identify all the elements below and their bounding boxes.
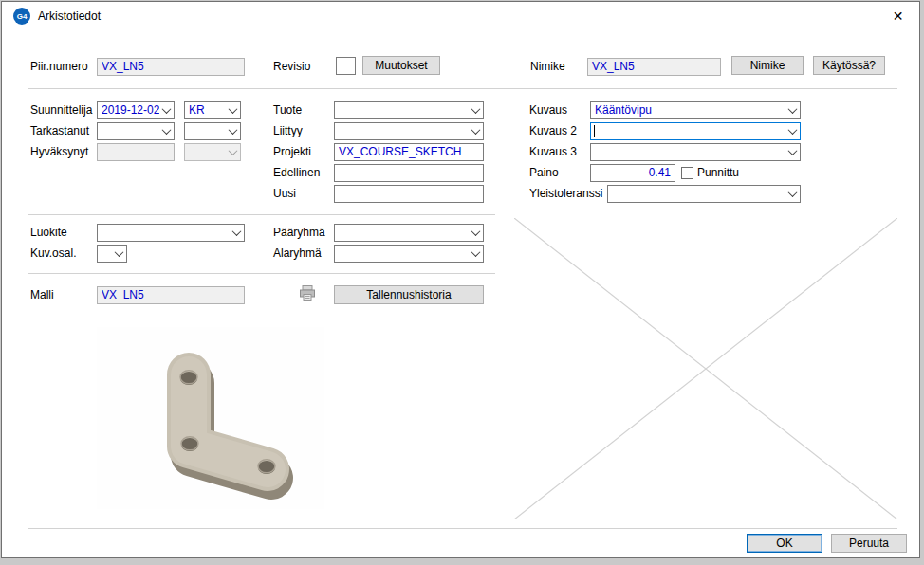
- punnittu-checkbox[interactable]: [681, 167, 693, 179]
- revisio-label: Revisio: [273, 58, 310, 76]
- peruuta-button[interactable]: Peruuta: [831, 534, 907, 553]
- g4-app-icon: G4: [13, 8, 30, 25]
- combo-value: Kääntövipu: [591, 102, 785, 118]
- chevron-down-icon: [785, 186, 800, 202]
- edellinen-label: Edellinen: [273, 164, 320, 182]
- chevron-down-icon: [785, 102, 800, 118]
- arkistotiedot-dialog: G4 Arkistotiedot ✕ Piir.numero VX_LN5 Re…: [1, 1, 920, 558]
- tuote-combo[interactable]: [334, 101, 484, 119]
- nimike-label: Nimike: [530, 58, 565, 76]
- ok-button[interactable]: OK: [747, 534, 822, 553]
- liittyy-combo[interactable]: [334, 122, 484, 140]
- suunnittelija-date-combo[interactable]: 2019-12-02: [97, 101, 175, 119]
- kuvaus3-label: Kuvaus 3: [529, 143, 577, 161]
- nimike-field: VX_LN5: [587, 58, 721, 76]
- chevron-down-icon: [469, 225, 483, 241]
- yleistoleranssi-label: Yleistoleranssi: [529, 185, 602, 203]
- uusi-label: Uusi: [273, 185, 296, 203]
- kuvaus2-combo[interactable]: [590, 122, 801, 140]
- chevron-down-icon: [785, 123, 800, 139]
- kuv-osal-label: Kuv.osal.: [30, 245, 76, 263]
- tarkastanut-label: Tarkastanut: [30, 122, 89, 140]
- muutokset-button[interactable]: Muutokset: [362, 56, 440, 75]
- paaryhma-combo[interactable]: [334, 224, 484, 242]
- suunnittelija-initials-combo[interactable]: KR: [184, 101, 241, 119]
- printer-icon: [299, 284, 316, 301]
- chevron-down-icon: [159, 123, 174, 139]
- chevron-down-icon: [226, 102, 240, 118]
- tuote-label: Tuote: [273, 101, 302, 119]
- chevron-down-icon: [230, 225, 244, 241]
- chevron-down-icon: [112, 246, 126, 262]
- kuvaus2-label: Kuvaus 2: [529, 122, 577, 140]
- yleistoleranssi-combo[interactable]: [607, 185, 801, 203]
- part-preview-image: [97, 327, 324, 509]
- luokite-label: Luokite: [30, 224, 67, 242]
- chevron-down-icon: [469, 102, 483, 118]
- liittyy-label: Liittyy: [273, 122, 303, 140]
- revisio-field[interactable]: [336, 57, 356, 75]
- chevron-down-icon: [159, 102, 174, 118]
- hyvaksynyt-date-field: [97, 143, 175, 161]
- projekti-field[interactable]: VX_COURSE_SKETCH: [334, 143, 484, 161]
- malli-label: Malli: [30, 286, 54, 304]
- paino-field[interactable]: 0.41: [590, 164, 675, 182]
- alaryhma-label: Alaryhmä: [273, 245, 322, 263]
- titlebar: G4 Arkistotiedot ✕: [2, 2, 919, 30]
- paino-label: Paino: [529, 164, 559, 182]
- nimike-button[interactable]: Nimike: [731, 56, 804, 75]
- piir-numero-label: Piir.numero: [30, 58, 88, 76]
- chevron-down-icon: [469, 246, 483, 262]
- kuvaus-label: Kuvaus: [529, 101, 567, 119]
- tarkastanut-initials-combo[interactable]: [184, 122, 241, 140]
- malli-field: VX_LN5: [97, 286, 245, 304]
- chevron-down-icon: [785, 144, 800, 160]
- tarkastanut-date-combo[interactable]: [97, 122, 175, 140]
- luokite-combo[interactable]: [97, 224, 245, 242]
- window-title: Arkistotiedot: [38, 9, 101, 23]
- chevron-down-icon: [226, 123, 240, 139]
- chevron-down-icon: [469, 123, 483, 139]
- close-icon[interactable]: ✕: [877, 2, 919, 29]
- edellinen-field[interactable]: [334, 164, 484, 182]
- kaytossa-button[interactable]: Käytössä?: [813, 56, 885, 75]
- text-cursor: [594, 125, 595, 137]
- kuvaus-combo[interactable]: Kääntövipu: [590, 101, 801, 119]
- hyvaksynyt-label: Hyväksynyt: [30, 143, 88, 161]
- separator: [28, 273, 495, 274]
- tallennushistoria-button[interactable]: Tallennushistoria: [334, 285, 484, 304]
- combo-value: 2019-12-02: [98, 102, 159, 118]
- combo-value: KR: [185, 102, 226, 118]
- paaryhma-label: Pääryhmä: [273, 224, 325, 242]
- kuvaus3-combo[interactable]: [590, 143, 801, 161]
- piir-numero-field: VX_LN5: [97, 58, 245, 76]
- hyvaksynyt-initials-combo: [184, 143, 241, 161]
- separator: [28, 528, 897, 529]
- kuv-osal-combo[interactable]: [97, 245, 127, 263]
- projekti-label: Projekti: [273, 143, 311, 161]
- uusi-field[interactable]: [334, 185, 484, 203]
- alaryhma-combo[interactable]: [334, 245, 484, 263]
- separator: [28, 88, 897, 89]
- chevron-down-icon: [226, 144, 240, 160]
- suunnittelija-label: Suunnittelija: [30, 101, 92, 119]
- punnittu-label: Punnittu: [697, 164, 739, 182]
- separator: [28, 214, 495, 215]
- preview-placeholder-x: [514, 218, 897, 519]
- 3d-part-drawing: [97, 327, 324, 509]
